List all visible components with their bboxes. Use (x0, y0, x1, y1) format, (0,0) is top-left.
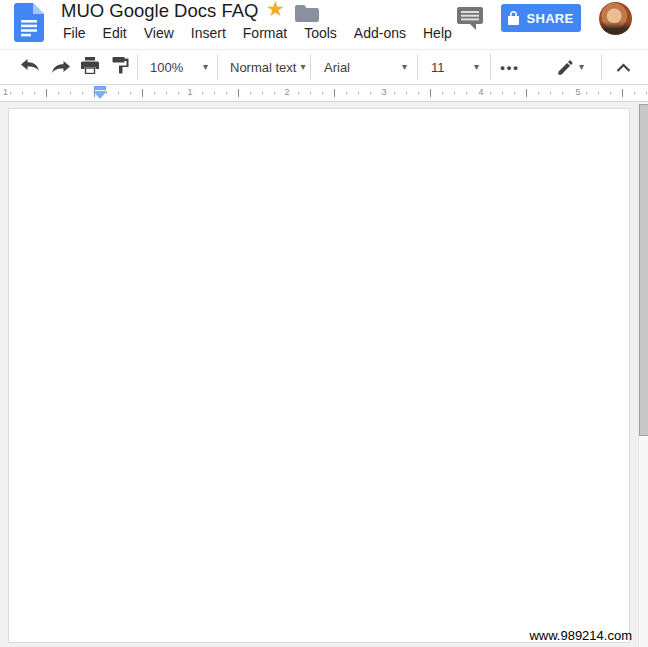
font-family-dropdown[interactable]: Arial ▾ (314, 50, 415, 84)
toolbar-separator (601, 54, 602, 80)
watermark-text: www.989214.com (529, 628, 632, 643)
caret-down-icon: ▾ (398, 62, 415, 72)
toolbar-separator (310, 54, 311, 80)
menu-help[interactable]: Help (421, 24, 454, 42)
menu-addons[interactable]: Add-ons (352, 24, 408, 42)
ruler-number: 2 (282, 87, 291, 97)
comments-button[interactable] (457, 6, 487, 32)
font-size-dropdown[interactable]: 11 ▾ (421, 50, 487, 84)
left-indent-icon[interactable] (93, 91, 107, 99)
share-button-label: SHARE (526, 11, 573, 26)
star-icon[interactable]: ★ (266, 0, 285, 21)
ruler-number: 4 (476, 87, 485, 97)
toolbar-separator (217, 54, 218, 80)
ruler-number: 5 (573, 87, 582, 97)
print-icon (81, 57, 99, 78)
first-line-indent-icon[interactable] (94, 86, 106, 90)
paint-roller-icon (112, 57, 129, 78)
ruler: 1 1 2 3 4 5 (0, 85, 648, 102)
font-family-value: Arial (314, 60, 398, 75)
hide-menus-button[interactable] (605, 54, 641, 80)
zoom-value: 100% (140, 60, 199, 75)
google-docs-logo-icon[interactable] (14, 3, 44, 42)
print-button[interactable] (76, 54, 104, 80)
font-size-value: 11 (421, 60, 470, 75)
comment-icon (457, 17, 484, 34)
lock-icon (508, 11, 519, 25)
menu-insert[interactable]: Insert (189, 24, 228, 42)
toolbar-separator (417, 54, 418, 80)
pencil-icon (548, 58, 575, 77)
menu-tools[interactable]: Tools (302, 24, 339, 42)
chevron-up-icon (616, 63, 631, 72)
undo-button[interactable] (16, 54, 44, 80)
editing-mode-dropdown[interactable]: ▾ (548, 50, 598, 84)
document-page[interactable] (8, 108, 630, 643)
toolbar-separator (137, 54, 138, 80)
user-avatar[interactable] (599, 2, 632, 35)
toolbar: 100% ▾ Normal text ▾ Arial ▾ 11 ▾ ••• ▾ (0, 50, 648, 85)
document-canvas-area: www.989214.com (0, 102, 648, 647)
toolbar-separator (490, 54, 491, 80)
document-title[interactable]: MUO Google Docs FAQ (61, 0, 258, 22)
ruler-number: 1 (185, 87, 194, 97)
ruler-number: 3 (379, 87, 388, 97)
menu-view[interactable]: View (142, 24, 176, 42)
ruler-major-ticks (46, 89, 648, 97)
menu-format[interactable]: Format (241, 24, 289, 42)
redo-button[interactable] (46, 54, 74, 80)
indent-marker[interactable] (93, 86, 107, 99)
zoom-dropdown[interactable]: 100% ▾ (140, 50, 216, 84)
caret-down-icon: ▾ (470, 62, 487, 72)
paragraph-style-value: Normal text (220, 60, 296, 75)
vertical-scrollbar-track[interactable] (638, 103, 648, 647)
caret-down-icon: ▾ (575, 62, 592, 72)
folder-icon[interactable] (295, 4, 319, 22)
more-options-button[interactable]: ••• (493, 54, 527, 80)
undo-icon (21, 58, 40, 77)
redo-icon (51, 60, 70, 75)
caret-down-icon: ▾ (199, 62, 216, 72)
menu-file[interactable]: File (61, 24, 88, 42)
menu-edit[interactable]: Edit (101, 24, 129, 42)
paragraph-style-dropdown[interactable]: Normal text ▾ (220, 50, 308, 84)
more-options-icon: ••• (500, 60, 520, 75)
header-bar: MUO Google Docs FAQ ★ File Edit View Ins… (0, 0, 648, 50)
share-button[interactable]: SHARE (501, 4, 581, 32)
paint-format-button[interactable] (106, 54, 134, 80)
ruler-number: 1 (1, 87, 10, 97)
vertical-scrollbar-thumb[interactable] (639, 104, 648, 436)
menu-bar: File Edit View Insert Format Tools Add-o… (61, 24, 454, 42)
